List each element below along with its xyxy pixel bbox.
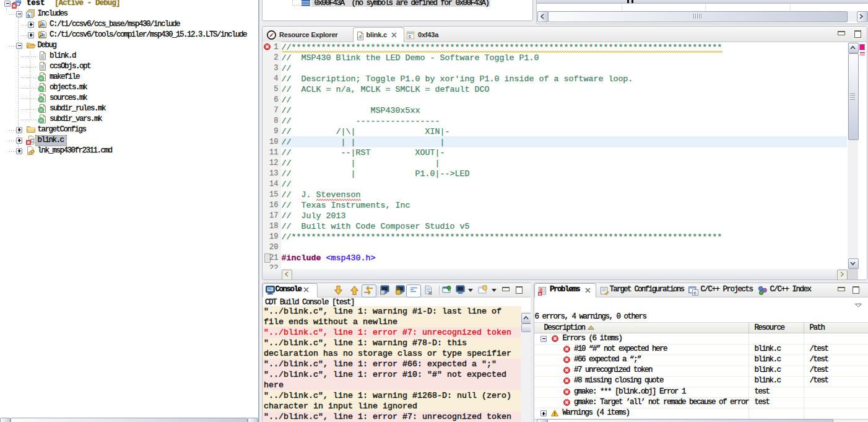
svg-text:h: h bbox=[27, 12, 30, 19]
svg-text:h: h bbox=[42, 21, 45, 27]
svg-text:h: h bbox=[42, 32, 45, 38]
svg-text:c: c bbox=[693, 290, 697, 296]
svg-text:c: c bbox=[409, 33, 412, 39]
svg-text:.c: .c bbox=[358, 33, 362, 40]
